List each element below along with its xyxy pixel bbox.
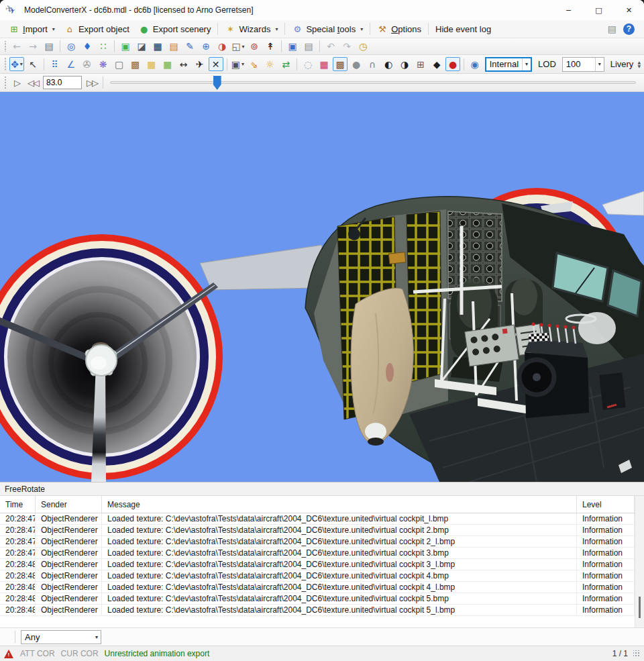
redo-button[interactable]: ↷ (339, 40, 354, 54)
log-row[interactable]: 20:28:48ObjectRendererLoaded texture: C:… (0, 559, 635, 570)
report-icon[interactable]: ▤ (608, 23, 616, 34)
dimensions-button[interactable]: ↔ (176, 57, 191, 71)
grid-texture-button[interactable]: ⊞ (413, 57, 428, 71)
log-level: Information (577, 605, 635, 615)
attach-button[interactable]: ✇ (80, 57, 95, 71)
help-icon[interactable]: ? (623, 23, 635, 35)
menu-export-scenery[interactable]: ●Export scenery (134, 21, 216, 37)
chevron-down-icon: ▼ (637, 64, 641, 68)
play-button[interactable]: ▷ (9, 76, 25, 90)
column-header-sender[interactable]: Sender (36, 496, 102, 513)
aircraft-button[interactable]: ✈ (193, 57, 207, 71)
forward-button[interactable]: → (25, 40, 40, 54)
back-button[interactable]: ← (9, 40, 24, 54)
refresh-button[interactable]: ⇄ (278, 57, 293, 71)
separator (464, 58, 464, 70)
lighting-button[interactable]: ☼ (262, 57, 277, 71)
menu-wizards[interactable]: ✶Wizards▾ (220, 21, 282, 37)
column-header-message[interactable]: Message (102, 496, 577, 513)
undo-button[interactable]: ↶ (323, 40, 338, 54)
drop-to-ground-icon: ⇘ (250, 60, 258, 69)
timer-button[interactable]: ◷ (356, 40, 370, 54)
matrix-button[interactable]: ▦ (150, 40, 165, 54)
log-row[interactable]: 20:28:47ObjectRendererLoaded texture: C:… (0, 536, 635, 548)
hierarchy-button[interactable]: ∷ (96, 40, 111, 54)
placement-button[interactable]: ♦ (80, 40, 95, 54)
zoom-extents-button[interactable]: ✥▾ (9, 57, 24, 71)
fast-forward-button[interactable]: ▷▷ (84, 76, 100, 90)
xml-button[interactable]: ▤ (166, 40, 181, 54)
event-log-button[interactable]: ▤ (42, 40, 56, 54)
maximize-button[interactable]: □ (584, 0, 614, 20)
check-sphere-button[interactable]: ◐ (381, 57, 396, 71)
check-sphere-alt-button[interactable]: ◑ (397, 57, 412, 71)
color-cube-button[interactable]: ▦ (317, 57, 331, 71)
minimap-button[interactable]: ▣ (118, 40, 133, 54)
viewport-3d[interactable] (0, 92, 644, 482)
livery-label: Livery (610, 59, 634, 69)
scale-button[interactable]: ◱▾ (231, 40, 246, 54)
export-scenery-icon: ● (139, 24, 150, 34)
texture-editor-button[interactable]: ✎ (182, 40, 197, 54)
screenshot-button[interactable]: ▣▾ (230, 57, 245, 71)
wireframe-button[interactable]: ▢ (112, 57, 127, 71)
log-row[interactable]: 20:28:47ObjectRendererLoaded texture: C:… (0, 513, 635, 525)
properties-button[interactable]: ▤ (301, 40, 316, 54)
close-button[interactable]: ✕ (614, 0, 644, 20)
column-header-level[interactable]: Level (577, 496, 635, 513)
show-polygons-button[interactable]: ■ (144, 57, 159, 71)
eye-button[interactable]: ◉ (468, 57, 482, 71)
curve-button[interactable]: ∩ (365, 57, 380, 71)
sphere-button[interactable]: ● (349, 57, 364, 71)
log-scrollbar-thumb[interactable] (639, 597, 641, 618)
show-platforms-button[interactable]: ■ (160, 57, 175, 71)
teapot-button[interactable]: ● (445, 57, 460, 71)
free-rotate-button[interactable]: ✕ (209, 57, 223, 71)
log-scrollbar[interactable] (635, 496, 644, 627)
select-button[interactable]: ↖ (25, 57, 40, 71)
scale-icon: ◱ (231, 42, 240, 51)
find-button[interactable]: ◎ (64, 40, 78, 54)
material-editor-button[interactable]: ◑ (215, 40, 229, 54)
animation-slider[interactable] (110, 74, 636, 91)
log-row[interactable]: 20:28:47ObjectRendererLoaded texture: C:… (0, 525, 635, 536)
weight-button[interactable]: ◆ (429, 57, 444, 71)
toolbar-grip[interactable] (3, 41, 7, 52)
log-row[interactable]: 20:28:47ObjectRendererLoaded texture: C:… (0, 548, 635, 559)
menu-export-object[interactable]: ⌂Export object (60, 21, 134, 37)
toolbar-grip[interactable] (3, 77, 7, 89)
lod-combo[interactable]: 100▾ (562, 57, 604, 72)
show-axes-button[interactable]: ∠ (64, 57, 78, 71)
toolbar-grip[interactable] (3, 58, 7, 70)
image-viewer-button[interactable]: ▣ (285, 40, 300, 54)
menu-special-tools[interactable]: ⚙Special tools▾ (287, 21, 368, 37)
slider-handle[interactable] (213, 76, 221, 90)
toolbar-overflow-button[interactable]: ▲ ▼ (637, 60, 643, 68)
log-filter-combo[interactable]: Any ▾ (21, 630, 101, 644)
menu-options[interactable]: ⚒Options (372, 21, 426, 37)
drop-button[interactable]: ↟ (263, 40, 278, 54)
frame-input[interactable] (43, 76, 82, 89)
particles-button[interactable]: ❋ (96, 57, 111, 71)
wire-sphere-button[interactable]: ◌ (301, 57, 315, 71)
log-sender: ObjectRenderer (36, 570, 102, 581)
minimize-button[interactable]: ─ (553, 0, 584, 20)
earth-button[interactable]: ⊕ (199, 40, 213, 54)
log-row[interactable]: 20:28:48ObjectRendererLoaded texture: C:… (0, 605, 635, 616)
rewind-button[interactable]: ◁◁ (25, 76, 41, 90)
ground-polygon-button[interactable]: ◪ (134, 40, 149, 54)
model-part-combo[interactable]: Internal▾ (485, 57, 532, 72)
log-row[interactable]: 20:28:48ObjectRendererLoaded texture: C:… (0, 570, 635, 582)
column-header-time[interactable]: Time (0, 496, 36, 513)
menu-import[interactable]: ⊞Import▾ (4, 21, 60, 37)
texture-cube-button[interactable]: ▩ (333, 57, 347, 71)
replace-button[interactable]: ⊚ (247, 40, 262, 54)
log-row[interactable]: 20:28:48ObjectRendererLoaded texture: C:… (0, 582, 635, 593)
slider-track[interactable] (110, 81, 636, 84)
show-vertices-button[interactable]: ⠿ (48, 57, 62, 71)
resize-grip[interactable] (633, 650, 640, 657)
drop-to-ground-button[interactable]: ⇘ (246, 57, 261, 71)
log-row[interactable]: 20:28:48ObjectRendererLoaded texture: C:… (0, 593, 635, 605)
menu-hide-event-log[interactable]: Hide event log (431, 21, 496, 37)
show-textures-button[interactable]: ▩ (128, 57, 143, 71)
